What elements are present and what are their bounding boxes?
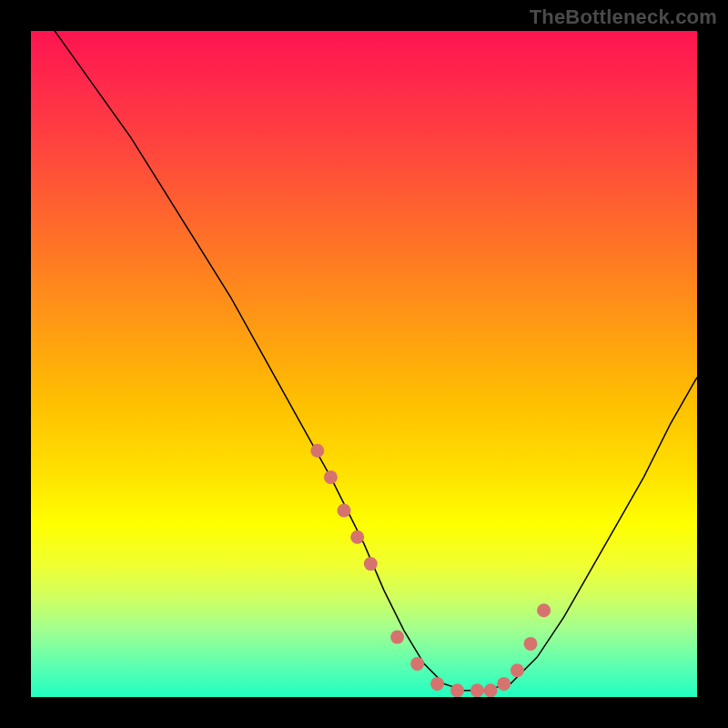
highlight-dot (537, 603, 551, 617)
highlight-dot (364, 557, 378, 571)
highlight-dot (410, 657, 424, 671)
curve-svg (31, 31, 697, 697)
highlight-dot (484, 683, 498, 697)
highlight-dot (450, 683, 464, 697)
optimal-range-dots (310, 444, 551, 698)
highlight-dot (470, 683, 484, 697)
highlight-dot (390, 631, 404, 644)
highlight-dot (310, 444, 324, 458)
highlight-dot (511, 663, 524, 677)
plot-area (31, 31, 697, 697)
bottleneck-curve (31, 0, 697, 691)
highlight-dot (338, 504, 351, 518)
highlight-dot (497, 677, 511, 691)
highlight-dot (430, 677, 444, 691)
watermark-text: TheBottleneck.com (530, 5, 717, 29)
highlight-dot (350, 531, 364, 544)
highlight-dot (324, 470, 338, 484)
highlight-dot (524, 637, 538, 651)
